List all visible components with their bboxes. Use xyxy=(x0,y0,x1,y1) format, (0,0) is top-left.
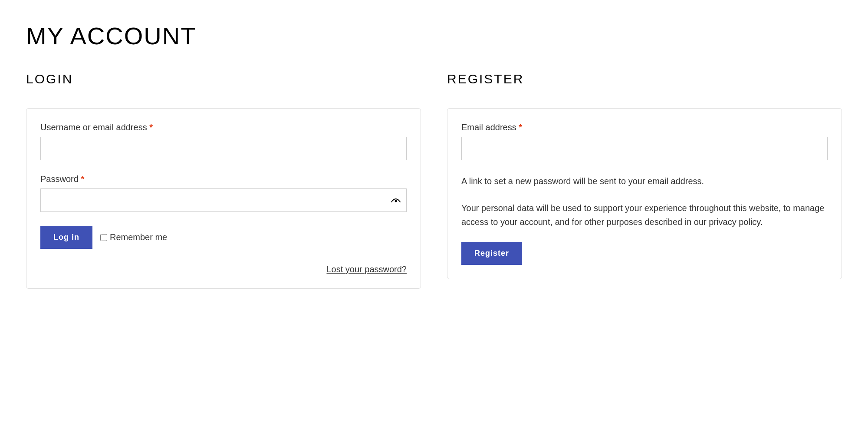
password-input-wrapper xyxy=(40,188,407,212)
email-label-text: Email address xyxy=(461,122,519,132)
username-row: Username or email address * xyxy=(40,122,407,160)
password-link-info: A link to set a new password will be sen… xyxy=(461,174,828,188)
account-columns: LOGIN Username or email address * Passwo… xyxy=(26,72,842,289)
login-action-row: Log in Remember me xyxy=(40,226,407,249)
lost-password-link[interactable]: Lost your password? xyxy=(326,264,407,274)
password-row: Password * xyxy=(40,174,407,212)
username-label-text: Username or email address xyxy=(40,122,149,132)
required-mark: * xyxy=(149,122,153,132)
svg-point-0 xyxy=(395,200,397,202)
login-title: LOGIN xyxy=(26,72,421,86)
remember-me-label: Remember me xyxy=(110,232,167,242)
username-input[interactable] xyxy=(40,137,407,160)
username-label: Username or email address * xyxy=(40,122,407,132)
show-password-toggle[interactable] xyxy=(391,198,401,203)
password-input[interactable] xyxy=(40,188,407,212)
register-button[interactable]: Register xyxy=(461,242,522,265)
lost-password-wrap: Lost your password? xyxy=(40,264,407,274)
eye-icon xyxy=(391,198,401,203)
login-column: LOGIN Username or email address * Passwo… xyxy=(26,72,421,289)
login-form: Username or email address * Password * xyxy=(26,108,421,289)
remember-me-wrap[interactable]: Remember me xyxy=(100,232,167,242)
email-row: Email address * xyxy=(461,122,828,160)
password-label-text: Password xyxy=(40,174,81,184)
password-label: Password * xyxy=(40,174,407,184)
required-mark: * xyxy=(519,122,522,132)
register-button-wrap: Register xyxy=(461,242,828,265)
privacy-info: Your personal data will be used to suppo… xyxy=(461,201,828,229)
register-form: Email address * A link to set a new pass… xyxy=(447,108,842,279)
register-column: REGISTER Email address * A link to set a… xyxy=(447,72,842,289)
remember-me-checkbox[interactable] xyxy=(100,234,107,241)
page-title: MY ACCOUNT xyxy=(26,22,842,50)
required-mark: * xyxy=(81,174,84,184)
register-title: REGISTER xyxy=(447,72,842,86)
email-input[interactable] xyxy=(461,137,828,160)
login-button[interactable]: Log in xyxy=(40,226,92,249)
email-label: Email address * xyxy=(461,122,828,132)
